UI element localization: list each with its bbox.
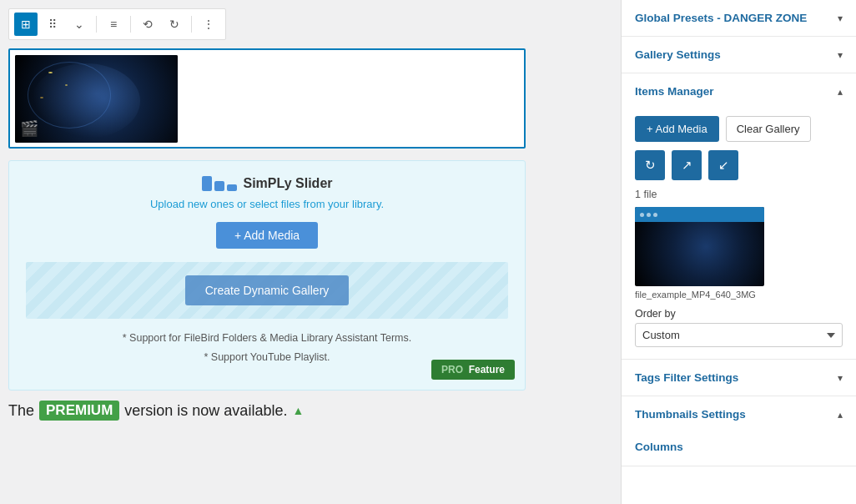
lines-icon[interactable]: ≡ [102, 13, 125, 36]
premium-highlight: PREMIUM [39, 401, 119, 421]
slider-subtitle: Upload new ones or select files from you… [26, 198, 508, 210]
items-manager-title: Items Manager [635, 85, 714, 98]
toolbar: ⊞ ⠿ ⌄ ≡ ⟲ ↻ ⋮ [8, 8, 226, 40]
premium-banner: The PREMIUM version is now available. ▲ [8, 401, 612, 421]
file-name: file_example_MP4_640_3MG [635, 290, 764, 300]
global-presets-header[interactable]: Global Presets - DANGER ZONE ▾ [622, 0, 856, 36]
thumbnails-settings-header[interactable]: Thumbnails Settings ▴ [622, 396, 856, 432]
toolbar-separator [96, 16, 97, 33]
thumbnails-settings-chevron-icon: ▴ [838, 409, 843, 421]
media-preview-box: 🎬 [8, 48, 526, 149]
file-thumbnail-wrap[interactable]: file_example_MP4_640_3MG [635, 207, 764, 300]
order-by-label: Order by [635, 308, 843, 320]
toolbar-separator-3 [191, 16, 192, 33]
slider-header: SimPLy Slider [26, 176, 508, 191]
slider-box: SimPLy Slider Upload new ones or select … [8, 160, 526, 391]
arrow-icon[interactable]: ⟲ [136, 13, 159, 36]
items-manager-section: Items Manager ▴ + Add Media Clear Galler… [622, 73, 856, 360]
tags-filter-title: Tags Filter Settings [635, 371, 738, 384]
dots-menu-icon[interactable]: ⋮ [197, 13, 220, 36]
file-icon: 🎬 [20, 119, 38, 138]
global-presets-title: Global Presets - DANGER ZONE [635, 12, 807, 24]
items-manager-actions: + Add Media Clear Gallery [635, 116, 843, 142]
import-items-button[interactable]: ↙ [708, 150, 738, 180]
tags-filter-chevron-icon: ▾ [838, 372, 843, 384]
global-presets-chevron-icon: ▾ [838, 13, 843, 24]
gallery-settings-header[interactable]: Gallery Settings ▾ [622, 37, 856, 73]
premium-text-after: version is now available. [124, 402, 287, 420]
clear-gallery-button[interactable]: Clear Gallery [726, 116, 811, 142]
slider-title: SimPLy Slider [244, 176, 333, 191]
file-thumbnail [635, 207, 764, 286]
items-manager-chevron-icon: ▴ [838, 86, 843, 98]
tags-filter-section: Tags Filter Settings ▾ [622, 360, 856, 396]
items-manager-body: + Add Media Clear Gallery ↻ ↗ ↙ 1 file [622, 109, 856, 359]
refresh-items-button[interactable]: ↻ [635, 150, 665, 180]
thumbnails-settings-title: Thumbnails Settings [635, 408, 746, 421]
items-icon-row: ↻ ↗ ↙ [635, 150, 843, 180]
pro-feature-badge: PRO Feature [431, 360, 515, 380]
items-manager-header[interactable]: Items Manager ▴ [622, 73, 856, 109]
drag-icon[interactable]: ⠿ [41, 13, 64, 36]
gallery-settings-chevron-icon: ▾ [838, 49, 843, 61]
refresh-icon[interactable]: ↻ [163, 13, 186, 36]
slider-logo [202, 176, 237, 191]
grid-icon[interactable]: ⊞ [14, 13, 38, 36]
order-by-select[interactable]: Custom Date Title Random [635, 323, 843, 347]
gallery-settings-title: Gallery Settings [635, 48, 721, 61]
global-presets-section: Global Presets - DANGER ZONE ▾ [622, 0, 856, 37]
items-add-media-button[interactable]: + Add Media [635, 116, 719, 142]
toolbar-separator-2 [130, 16, 131, 33]
media-thumbnail[interactable]: 🎬 [15, 55, 178, 143]
thumbnails-settings-body: Columns [622, 432, 856, 466]
right-panel: Global Presets - DANGER ZONE ▾ Gallery S… [621, 0, 856, 504]
gallery-settings-section: Gallery Settings ▾ [622, 37, 856, 73]
export-items-button[interactable]: ↗ [672, 150, 702, 180]
columns-label: Columns [635, 441, 683, 453]
arrow-up-icon: ▲ [292, 404, 304, 417]
thumbnail-bar [635, 207, 764, 222]
thumbnails-settings-section: Thumbnails Settings ▴ Columns [622, 396, 856, 466]
support-line-1: * Support for FileBird Folders & Media L… [123, 332, 411, 344]
file-count: 1 file [635, 189, 843, 200]
add-media-button[interactable]: + Add Media [216, 222, 318, 249]
premium-text-before: The [8, 402, 34, 420]
left-panel: ⊞ ⠿ ⌄ ≡ ⟲ ↻ ⋮ 🎬 [0, 0, 621, 504]
chevron-down-icon[interactable]: ⌄ [68, 13, 91, 36]
tags-filter-header[interactable]: Tags Filter Settings ▾ [622, 360, 856, 396]
create-dynamic-gallery-button[interactable]: Create Dynamic Gallery [185, 275, 350, 305]
dynamic-gallery-area: Create Dynamic Gallery [26, 262, 508, 319]
support-line-2: * Support YouTube Playlist. [204, 351, 330, 363]
